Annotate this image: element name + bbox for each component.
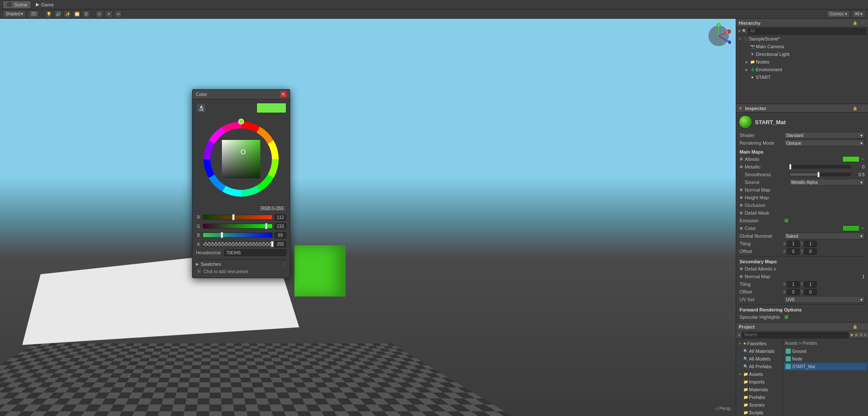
swatches-menu-btn[interactable]: ⋮ <box>282 262 286 267</box>
project-add-btn[interactable]: + <box>738 332 740 337</box>
smoothness-slider[interactable] <box>789 173 851 176</box>
file-ground[interactable]: Ground <box>784 347 867 355</box>
r-value-input[interactable] <box>274 214 286 221</box>
sec-offset-x-input[interactable] <box>787 289 800 295</box>
tree-item-nodes[interactable]: ▶ 📁 Nodes <box>736 58 868 66</box>
b-slider[interactable] <box>203 233 273 238</box>
a-value-input[interactable] <box>274 241 286 247</box>
tree-all-materials[interactable]: 🔍 All Materials <box>736 347 783 355</box>
sec-tiling-x-input[interactable] <box>787 281 800 288</box>
file-start-mat[interactable]: START_Mat <box>784 363 867 370</box>
offset-x-input[interactable] <box>787 248 800 255</box>
global-illum-value: Baked <box>786 234 798 239</box>
emission-color-edit[interactable]: ✏ <box>861 226 865 230</box>
tree-assets[interactable]: ▾ 📁 Assets <box>736 370 783 378</box>
tree-all-prefabs[interactable]: 🔍 All Prefabs <box>736 363 783 370</box>
gizmos-dropdown[interactable]: Gizmos ▾ <box>826 10 850 18</box>
albedo-row: Albedo ✏ <box>738 155 866 163</box>
metallic-slider[interactable] <box>789 165 851 169</box>
emission-checkbox[interactable]: ✓ <box>784 218 789 223</box>
r-slider[interactable] <box>203 215 273 220</box>
g-value-input[interactable] <box>274 223 286 230</box>
sec-offset-y-input[interactable] <box>804 289 817 295</box>
albedo-swatch[interactable] <box>842 156 859 162</box>
stats-icon-btn[interactable]: ≡ <box>114 10 122 18</box>
project-more-btn[interactable]: ⋮ <box>859 324 865 330</box>
imports-icon: 📁 <box>743 379 748 384</box>
grid-icon-btn[interactable]: # <box>105 10 113 18</box>
project-view-icon[interactable]: ⊞ <box>855 333 858 337</box>
spec-highlights-checkbox[interactable]: ✓ <box>784 314 789 320</box>
all-dropdown[interactable]: All ▾ <box>852 10 865 18</box>
all-models-icon: 🔍 <box>743 356 748 361</box>
skybox-icon-btn[interactable]: 🌅 <box>73 10 81 18</box>
hierarchy-more-btn[interactable]: ⋮ <box>859 20 865 26</box>
height-map-row: Height Map <box>738 194 866 201</box>
emission-color-label: Color <box>745 226 841 231</box>
project-toolbar: + ★ ⊞ ⚙ 8 <box>736 331 868 339</box>
twod-btn[interactable]: 2D <box>28 10 39 18</box>
tab-scene[interactable]: ⬛ Scene <box>3 0 31 9</box>
offset-y-input[interactable] <box>804 248 817 255</box>
tree-item-dir-light[interactable]: ☀ Directional Light <box>736 50 868 58</box>
emission-label: Emission <box>740 218 782 223</box>
tree-item-environment[interactable]: ▶ 🌲 Environment <box>736 66 868 73</box>
gizmos-label: Gizmos ▾ <box>829 12 847 16</box>
tree-favorites[interactable]: ▾ ★ Favorites <box>736 340 783 347</box>
rendering-mode-row: Rendering Mode Opaque ▾ <box>738 139 866 147</box>
light-label: Directional Light <box>756 52 789 57</box>
b-value-input[interactable] <box>274 232 286 239</box>
file-node[interactable]: Node <box>784 355 867 363</box>
audio-icon-btn[interactable]: 🔊 <box>54 10 62 18</box>
rendering-mode-dropdown[interactable]: Opaque ▾ <box>784 140 865 146</box>
tree-item-main-camera[interactable]: 📷 Main Camera <box>736 43 868 50</box>
fog-icon-btn[interactable]: 🌫 <box>82 10 90 18</box>
game-tab-label: Game <box>41 2 54 7</box>
add-preset-icon[interactable]: + <box>196 268 202 274</box>
source-dropdown[interactable]: Metallic Alpha ▾ <box>789 179 865 186</box>
tree-all-models[interactable]: 🔍 All Models <box>736 355 783 363</box>
hierarchy-search-input[interactable] <box>748 28 866 34</box>
tree-item-start[interactable]: ● START <box>736 73 868 81</box>
smoothness-value: 0.5 <box>853 172 865 177</box>
eyedropper-btn[interactable]: 🔬 <box>196 103 206 113</box>
a-slider[interactable] <box>203 241 273 247</box>
secondary-offset-xy: X Y <box>783 289 865 295</box>
tree-imports[interactable]: 📁 Imports <box>736 378 783 386</box>
shader-dropdown[interactable]: Standard ▾ <box>784 132 865 139</box>
hierarchy-add-btn[interactable]: + <box>738 28 741 34</box>
project-settings-icon[interactable]: ⚙ <box>859 333 863 337</box>
emission-color-swatch[interactable] <box>842 225 859 231</box>
hierarchy-lock-btn[interactable]: 🔒 <box>852 20 858 26</box>
global-illum-dropdown[interactable]: Baked ▾ <box>784 233 865 239</box>
project-search-input[interactable] <box>742 332 849 338</box>
albedo-edit-icon[interactable]: ✏ <box>861 157 865 161</box>
metallic-dot <box>740 165 743 169</box>
color-wheel-container[interactable] <box>198 116 284 202</box>
fx-icon-btn[interactable]: ✨ <box>64 10 71 18</box>
uv-set-dropdown[interactable]: UV0 ▾ <box>784 296 865 303</box>
light-icon-btn[interactable]: 💡 <box>45 10 52 18</box>
hex-input[interactable] <box>224 249 286 256</box>
scene-view[interactable]: X Y Z ◁ Persp Color ✕ 🔬 <box>0 19 736 416</box>
inspector-more-btn[interactable]: ⋮ <box>859 105 865 111</box>
project-lock-btn[interactable]: 🔒 <box>852 324 858 330</box>
ground-file-label: Ground <box>792 349 806 354</box>
tree-prefabs[interactable]: 📁 Prefabs <box>736 393 783 401</box>
tiling-y-input[interactable] <box>804 241 817 247</box>
g-slider[interactable] <box>203 224 273 229</box>
shaded-dropdown[interactable]: Shaded ▾ <box>3 10 26 18</box>
rgb-mode-btn[interactable]: RGB 0–255 <box>258 205 286 212</box>
r-label: R <box>196 215 201 220</box>
tree-materials[interactable]: 📁 Materials <box>736 386 783 393</box>
tiling-x-input[interactable] <box>787 241 800 247</box>
tree-item-samplescene[interactable]: ▾ ⬛ SampleScene* <box>736 35 868 43</box>
tab-game[interactable]: ▶ Game <box>32 0 58 9</box>
sec-tiling-y-input[interactable] <box>804 281 817 288</box>
close-dialog-btn[interactable]: ✕ <box>280 91 286 97</box>
normal-map-row: Normal Map <box>738 186 866 194</box>
gizmo-icon-btn[interactable]: ⊙ <box>96 10 103 18</box>
tree-scenes[interactable]: 📁 Scenes <box>736 401 783 409</box>
inspector-lock-btn[interactable]: 🔒 <box>852 105 858 111</box>
tree-scripts[interactable]: 📁 Scripts <box>736 409 783 416</box>
